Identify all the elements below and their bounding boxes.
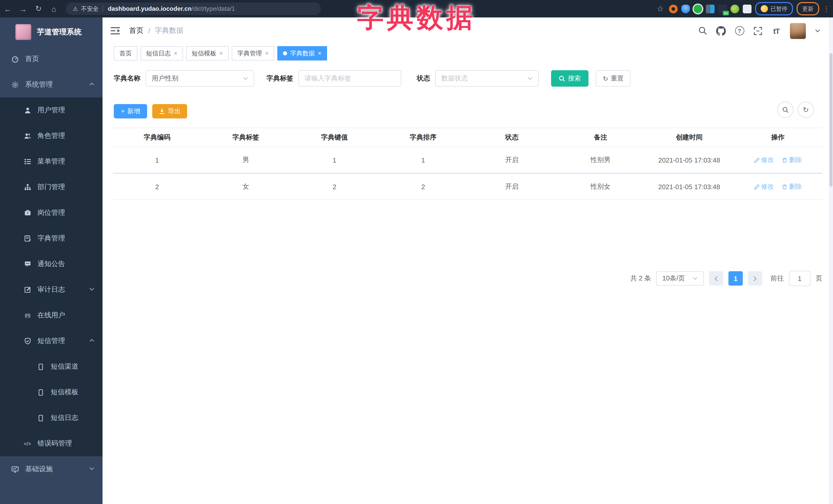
address-divider bbox=[103, 5, 103, 12]
browser-home-icon[interactable]: ⌂ bbox=[46, 4, 62, 13]
refresh-icon: ↻ bbox=[603, 75, 608, 82]
refresh-table-icon[interactable]: ↻ bbox=[798, 101, 814, 118]
tab-sms-template[interactable]: 短信模板× bbox=[186, 46, 229, 61]
browser-reload-icon[interactable]: ↻ bbox=[31, 4, 46, 13]
extension-icon-blue-drop[interactable] bbox=[681, 4, 690, 13]
sidebar-item-notices[interactable]: 通知公告 bbox=[0, 251, 102, 277]
online-signal-icon: ((•)) bbox=[24, 311, 31, 319]
delete-link[interactable]: 删除 bbox=[782, 182, 802, 191]
system-submenu: 用户管理 角色管理 菜单管理 部门管理 岗位管理 字典管理 bbox=[0, 97, 102, 456]
table-row[interactable]: 1 男 1 1 开启 性别男 2021-01-05 17:03:48 修改 bbox=[113, 147, 822, 173]
tab-sms-log[interactable]: 短信日志× bbox=[140, 46, 183, 61]
bookmark-star-icon[interactable]: ☆ bbox=[655, 4, 665, 13]
browser-back-icon[interactable]: ← bbox=[0, 4, 15, 13]
dict-name-select[interactable]: 用户性别 bbox=[146, 70, 254, 87]
profile-avatar-emoji bbox=[761, 5, 768, 12]
sidebar-item-menus[interactable]: 菜单管理 bbox=[0, 149, 102, 174]
add-button[interactable]: + 新增 bbox=[114, 104, 147, 118]
trash-icon bbox=[782, 184, 788, 189]
status-select[interactable]: 数据状态 bbox=[435, 70, 539, 87]
browser-forward-icon[interactable]: → bbox=[15, 4, 31, 13]
prev-page-button[interactable] bbox=[709, 271, 723, 286]
github-icon[interactable] bbox=[716, 26, 726, 35]
sidebar-item-posts[interactable]: 岗位管理 bbox=[0, 200, 102, 225]
header-search-icon[interactable] bbox=[698, 26, 708, 35]
menu-list-icon bbox=[24, 158, 31, 165]
sidebar-item-label: 短信管理 bbox=[38, 336, 65, 345]
col-header: 状态 bbox=[468, 128, 556, 147]
briefcase-icon bbox=[24, 209, 31, 217]
paused-label: 已暂停 bbox=[770, 5, 787, 13]
edit-link[interactable]: 修改 bbox=[754, 182, 774, 191]
toggle-search-icon[interactable] bbox=[777, 101, 793, 118]
extension-icon-dark-on[interactable]: on bbox=[718, 4, 727, 13]
sidebar-item-users[interactable]: 用户管理 bbox=[0, 97, 102, 123]
sidebar-item-label: 短信日志 bbox=[51, 413, 78, 423]
next-page-button[interactable] bbox=[748, 271, 762, 286]
sidebar-item-dictionary[interactable]: 字典管理 bbox=[0, 225, 102, 251]
app-logo-row[interactable]: 芋道管理系统 bbox=[0, 18, 102, 46]
announcement-icon bbox=[24, 260, 31, 268]
sidebar-item-departments[interactable]: 部门管理 bbox=[0, 174, 102, 200]
breadcrumb: 首页 / 字典数据 bbox=[129, 18, 184, 44]
page-size-select[interactable]: 10条/页 bbox=[656, 271, 704, 286]
sidebar-item-label: 基础设施 bbox=[25, 464, 53, 474]
users-icon bbox=[24, 132, 31, 140]
close-icon[interactable]: × bbox=[174, 50, 177, 56]
sidebar-item-sms[interactable]: 短信管理 bbox=[0, 328, 102, 354]
help-icon[interactable]: ? bbox=[735, 26, 744, 35]
delete-link[interactable]: 删除 bbox=[782, 155, 802, 164]
sidebar-item-error-codes[interactable]: </> 错误码管理 bbox=[0, 431, 102, 456]
url-path: /dict/type/data/1 bbox=[192, 5, 235, 12]
window-scrollbar[interactable] bbox=[829, 18, 833, 504]
close-icon[interactable]: × bbox=[265, 50, 269, 56]
chevron-down-icon bbox=[527, 77, 532, 80]
extension-icon-green-check[interactable] bbox=[694, 4, 702, 13]
address-bar[interactable]: ⚠ 不安全 dashboard.yudao.iocoder.cn /dict/t… bbox=[66, 3, 321, 15]
status-text: 开启 bbox=[468, 173, 556, 200]
tab-dict-data[interactable]: 字典数据× bbox=[277, 46, 327, 61]
extension-icon-green[interactable] bbox=[731, 4, 739, 13]
close-icon[interactable]: × bbox=[219, 50, 223, 56]
export-button[interactable]: 导出 bbox=[152, 104, 187, 118]
sidebar-item-sms-log[interactable]: 短信日志 bbox=[0, 405, 102, 431]
sidebar-item-audit-log[interactable]: 审计日志 bbox=[0, 277, 102, 303]
tab-home[interactable]: 首页 bbox=[114, 46, 137, 61]
sidebar-collapse-icon[interactable] bbox=[110, 25, 121, 37]
reset-button[interactable]: ↻ 重置 bbox=[596, 70, 631, 87]
extension-icon-gray-blue[interactable] bbox=[706, 4, 715, 13]
phone-icon bbox=[37, 414, 45, 422]
breadcrumb-home[interactable]: 首页 bbox=[129, 26, 144, 35]
extension-icon-orange[interactable] bbox=[669, 4, 678, 13]
extensions-puzzle-icon[interactable] bbox=[743, 4, 752, 13]
scrollbar-thumb[interactable] bbox=[829, 53, 832, 187]
search-button[interactable]: 搜索 bbox=[551, 70, 589, 87]
sidebar-item-online-users[interactable]: ((•)) 在线用户 bbox=[0, 303, 102, 328]
browser-update-button[interactable]: 更新 bbox=[796, 2, 819, 16]
app-logo bbox=[15, 24, 31, 40]
close-icon[interactable]: × bbox=[318, 50, 322, 56]
avatar-caret-down-icon[interactable] bbox=[814, 26, 821, 35]
sidebar-item-label: 岗位管理 bbox=[38, 208, 65, 217]
sidebar-item-system[interactable]: 系统管理 bbox=[0, 72, 102, 97]
sidebar-item-sms-channel[interactable]: 短信渠道 bbox=[0, 354, 102, 379]
sidebar-item-sms-template[interactable]: 短信模板 bbox=[0, 379, 102, 405]
sidebar-item-home[interactable]: 首页 bbox=[0, 46, 102, 72]
breadcrumb-separator: / bbox=[148, 27, 150, 35]
profile-paused-chip[interactable]: 已暂停 bbox=[755, 2, 793, 16]
fullscreen-icon[interactable] bbox=[753, 26, 763, 35]
tab-dict-manage[interactable]: 字典管理× bbox=[232, 46, 274, 61]
table-row[interactable]: 2 女 2 2 开启 性别女 2021-01-05 17:03:48 修改 bbox=[113, 173, 822, 200]
user-avatar[interactable] bbox=[790, 23, 806, 39]
current-page[interactable]: 1 bbox=[729, 271, 743, 286]
app-title: 芋道管理系统 bbox=[37, 27, 81, 37]
goto-page-input[interactable]: 1 bbox=[789, 271, 810, 286]
dict-tag-input[interactable]: 请输入字典标签 bbox=[298, 70, 401, 87]
browser-menu-kebab-icon[interactable]: ⋮ bbox=[823, 5, 830, 13]
sidebar-item-infrastructure[interactable]: 基础设施 bbox=[0, 456, 102, 482]
sidebar-item-roles[interactable]: 角色管理 bbox=[0, 123, 102, 149]
edit-link[interactable]: 修改 bbox=[754, 155, 774, 164]
font-size-icon[interactable]: tT bbox=[771, 26, 781, 35]
chevron-down-icon bbox=[89, 288, 94, 291]
sidebar-item-label: 错误码管理 bbox=[38, 439, 72, 448]
